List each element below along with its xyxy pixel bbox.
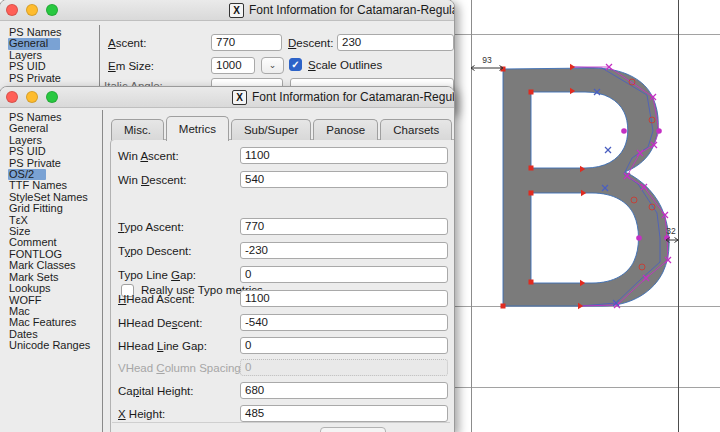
em-size-dropdown-button[interactable]: ⌄ [261, 57, 284, 74]
descent-input[interactable]: 230 [337, 34, 454, 51]
sidebar-item-label: PS UID [8, 146, 58, 157]
tab-subsuper[interactable]: Sub/Super [231, 119, 311, 140]
tab-charsets[interactable]: Charsets [380, 119, 452, 140]
sidebar-item-ps-private[interactable]: PS Private [8, 73, 74, 84]
em-size-label: Em Size: [108, 60, 154, 72]
sidebar-item-mac-features[interactable]: Mac Features [8, 317, 102, 328]
close-button[interactable] [6, 91, 18, 103]
hhead-ascent-input[interactable]: 1100 [240, 290, 448, 307]
window-titlebar[interactable]: X Font Information for Catamaran-Regula [0, 0, 454, 21]
win-descent-label: Win Descent: [118, 174, 186, 186]
minimize-button[interactable] [26, 4, 38, 16]
sidebar-item-label: Unicode Ranges [8, 340, 102, 351]
sidebar-item-label: Mac Features [8, 317, 88, 328]
scale-outlines-label: Scale Outlines [308, 59, 382, 71]
hhead-line-gap-label: HHead Line Gap: [118, 340, 207, 352]
typo-descent-input[interactable]: -230 [240, 242, 448, 259]
sidebar-list: PS NamesGeneralLayersPS UIDPS PrivateOS/… [8, 112, 102, 352]
vhead-column-spacing-label: VHead Column Spacing: [118, 362, 244, 374]
hhead-descent-input[interactable]: -540 [240, 314, 448, 331]
hhead-line-gap-input[interactable]: 0 [240, 337, 448, 354]
sidebar-item-unicode-ranges[interactable]: Unicode Ranges [8, 340, 102, 351]
sidebar-item-mark-classes[interactable]: Mark Classes [8, 260, 102, 271]
tab-panose[interactable]: Panose [313, 119, 378, 140]
typo-ascent-label: Typo Ascent: [118, 221, 184, 233]
sidebar-item-ps-uid[interactable]: PS UID [8, 146, 102, 157]
typo-descent-label: Typo Descent: [118, 245, 192, 257]
measurement-value: 32 [666, 226, 676, 236]
font-info-window-os2: X Font Information for Catamaran-Regula … [0, 86, 455, 432]
close-button[interactable] [6, 4, 18, 16]
ascent-input[interactable]: 770 [211, 34, 282, 51]
scale-outlines-checkbox[interactable]: ✓ [289, 58, 302, 71]
sidebar-item-grid-fitting[interactable]: Grid Fitting [8, 203, 102, 214]
sidebar-item-ps-uid[interactable]: PS UID [8, 61, 74, 72]
typo-line-gap-label: Typo Line Gap: [118, 269, 196, 281]
measurement-93: 93 [471, 55, 503, 71]
capital-height-input[interactable]: 680 [240, 382, 448, 399]
hhead-descent-label: HHead Descent: [118, 317, 202, 329]
window-titlebar[interactable]: X Font Information for Catamaran-Regula [0, 87, 454, 108]
sidebar-item-lookups[interactable]: Lookups [8, 283, 102, 294]
sidebar-item-label: PS Private [8, 73, 73, 84]
zoom-button[interactable] [46, 4, 58, 16]
sidebar-item-label: PS UID [8, 61, 58, 72]
sidebar-divider [102, 110, 103, 432]
sidebar-list: PS NamesGeneralLayersPS UIDPS Private [8, 27, 74, 84]
sidebar-item-label: Grid Fitting [8, 203, 75, 214]
win-ascent-label: Win Ascent: [118, 150, 179, 162]
window-title: Font Information for Catamaran-Regula [249, 0, 455, 20]
chevron-down-icon: ⌄ [269, 60, 277, 70]
clipped-button[interactable] [320, 427, 386, 432]
panel-divider-line [112, 422, 450, 423]
typo-line-gap-input[interactable]: 0 [240, 266, 448, 283]
tab-bar: Misc.MetricsSub/SuperPanoseCharsets [111, 116, 454, 140]
x-height-label: X Height: [118, 408, 165, 420]
fontforge-x-icon: X [229, 3, 244, 18]
glyph-canvas[interactable]: 9332 [452, 0, 720, 432]
minimize-button[interactable] [26, 91, 38, 103]
sidebar-item-label: Lookups [8, 283, 63, 294]
typo-ascent-input[interactable]: 770 [240, 218, 448, 235]
tab-metrics[interactable]: Metrics [166, 116, 229, 141]
x-height-input[interactable]: 485 [240, 405, 448, 422]
screen: 9332 X Font Information for Catamaran-Re… [0, 0, 720, 432]
glyph-drawing: 9332 [452, 0, 720, 432]
zoom-button[interactable] [46, 91, 58, 103]
window-title: Font Information for Catamaran-Regula [252, 87, 455, 107]
capital-height-label: Capital Height: [118, 385, 193, 397]
measurement-32: 32 [666, 226, 678, 243]
sidebar-item-label: Mark Classes [8, 260, 88, 271]
win-descent-input[interactable]: 540 [240, 171, 448, 188]
fontforge-x-icon: X [232, 90, 247, 105]
win-ascent-input[interactable]: 1100 [240, 147, 448, 164]
hhead-ascent-label: HHead Ascent: [118, 293, 195, 305]
vhead-column-spacing-input[interactable]: 0 [240, 359, 448, 376]
descent-label: Descent: [288, 37, 333, 49]
ascent-label: Ascent: [108, 37, 146, 49]
tab-misc[interactable]: Misc. [111, 119, 164, 140]
measurement-value: 93 [482, 55, 492, 65]
check-icon: ✓ [291, 59, 299, 70]
em-size-input[interactable]: 1000 [211, 57, 255, 74]
